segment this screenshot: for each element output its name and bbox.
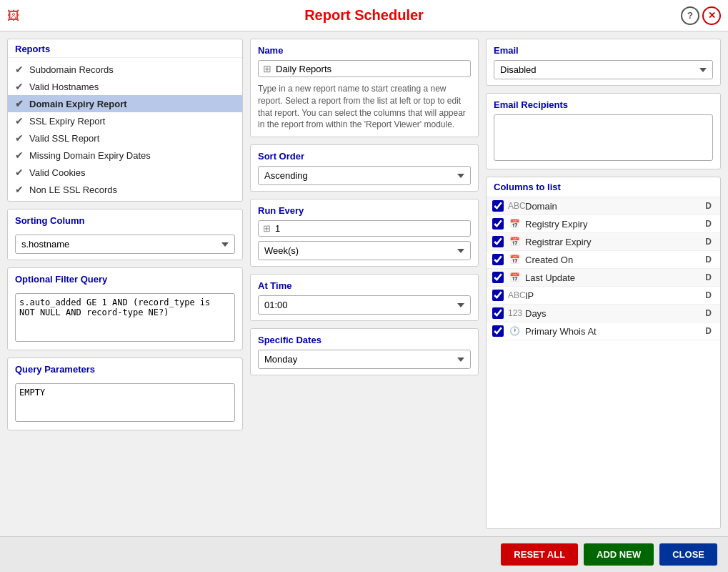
check-icon-2: ✔ bbox=[15, 98, 24, 109]
column-checkbox-1[interactable] bbox=[492, 218, 504, 230]
sorting-column-label: Sorting Column bbox=[15, 215, 235, 230]
at-time-select[interactable]: 00:00 01:00 02:00 bbox=[258, 295, 471, 315]
column-checkbox-6[interactable] bbox=[492, 307, 504, 319]
columns-header: Columns to list bbox=[487, 177, 720, 197]
name-label: Name bbox=[258, 45, 471, 56]
col-d-btn-1[interactable]: D bbox=[702, 218, 714, 230]
sort-order-label: Sort Order bbox=[258, 151, 471, 162]
run-every-label: Run Every bbox=[258, 205, 471, 216]
reports-list: ✔ Subdomain Records ✔ Valid Hostnames ✔ … bbox=[8, 58, 242, 201]
col-name-4: Last Update bbox=[525, 272, 698, 283]
column-item-1: 📅 Registry Expiry D bbox=[487, 215, 720, 233]
column-checkbox-7[interactable] bbox=[492, 325, 504, 337]
col-d-btn-3[interactable]: D bbox=[702, 254, 714, 265]
col-name-5: IP bbox=[525, 290, 698, 301]
report-item-label-2: Domain Expiry Report bbox=[29, 99, 127, 109]
col-type-icon-0: ABC bbox=[508, 201, 521, 211]
title-bar: 🖼 Report Scheduler ? ✕ bbox=[0, 0, 728, 31]
add-new-button[interactable]: ADD NEW bbox=[584, 543, 654, 566]
specific-dates-label: Specific Dates bbox=[258, 335, 471, 345]
col-type-icon-5: ABC bbox=[508, 290, 521, 300]
report-item-3[interactable]: ✔ SSL Expiry Report bbox=[8, 112, 242, 129]
column-item-0: ABC Domain D bbox=[487, 197, 720, 215]
report-item-6[interactable]: ✔ Valid Cookies bbox=[8, 164, 242, 181]
check-icon-0: ✔ bbox=[15, 64, 24, 75]
check-icon-6: ✔ bbox=[15, 167, 24, 178]
col-d-btn-0[interactable]: D bbox=[702, 200, 714, 212]
query-params-box: Query Parameters EMPTY bbox=[7, 358, 243, 430]
column-checkbox-2[interactable] bbox=[492, 236, 504, 247]
name-input[interactable] bbox=[276, 64, 466, 74]
report-item-label-3: SSL Expiry Report bbox=[29, 116, 105, 127]
report-item-label-6: Valid Cookies bbox=[29, 167, 86, 178]
report-item-5[interactable]: ✔ Missing Domain Expiry Dates bbox=[8, 147, 242, 164]
col-d-btn-2[interactable]: D bbox=[702, 236, 714, 247]
report-item-7[interactable]: ✔ Non LE SSL Records bbox=[8, 181, 242, 198]
column-checkbox-0[interactable] bbox=[492, 200, 504, 212]
at-time-box: At Time 00:00 01:00 02:00 bbox=[250, 274, 479, 321]
window-close-button[interactable]: ✕ bbox=[702, 6, 721, 25]
columns-box: Columns to list ABC Domain D 📅 Registry … bbox=[486, 177, 721, 529]
report-item-label-1: Valid Hostnames bbox=[29, 82, 99, 92]
col-name-2: Registrar Expiry bbox=[525, 237, 698, 247]
sorting-column-box: Sorting Column s.hostname bbox=[7, 209, 243, 260]
col-d-btn-6[interactable]: D bbox=[702, 307, 714, 319]
col-name-6: Days bbox=[525, 308, 698, 319]
col-d-btn-5[interactable]: D bbox=[702, 290, 714, 301]
column-item-7: 🕐 Primary Whois At D bbox=[487, 322, 720, 340]
close-button[interactable]: CLOSE bbox=[659, 543, 717, 566]
col-d-btn-7[interactable]: D bbox=[702, 325, 714, 337]
email-recipients-label: Email Recipients bbox=[494, 99, 713, 110]
column-checkbox-5[interactable] bbox=[492, 290, 504, 301]
grid-icon-run: ⊞ bbox=[263, 223, 271, 234]
columns-list: ABC Domain D 📅 Registry Expiry D 📅 Regis… bbox=[487, 197, 720, 528]
main-content: Reports ✔ Subdomain Records ✔ Valid Host… bbox=[0, 31, 728, 536]
column-item-2: 📅 Registrar Expiry D bbox=[487, 233, 720, 251]
run-every-input-wrap: ⊞ bbox=[258, 220, 471, 237]
specific-dates-select[interactable]: Monday Tuesday Wednesday Thursday Friday… bbox=[258, 350, 471, 369]
name-input-wrap: ⊞ bbox=[258, 60, 471, 77]
report-item-label-5: Missing Domain Expiry Dates bbox=[29, 150, 151, 161]
col-name-0: Domain bbox=[525, 201, 698, 212]
filter-query-label: Optional Filter Query bbox=[15, 274, 235, 289]
check-icon-4: ✔ bbox=[15, 132, 24, 144]
reports-box: Reports ✔ Subdomain Records ✔ Valid Host… bbox=[7, 39, 243, 202]
run-every-count[interactable] bbox=[275, 223, 466, 234]
help-button[interactable]: ? bbox=[681, 6, 699, 25]
email-select[interactable]: Disabled Enabled bbox=[494, 60, 713, 79]
specific-dates-box: Specific Dates Monday Tuesday Wednesday … bbox=[250, 328, 479, 375]
column-checkbox-3[interactable] bbox=[492, 254, 504, 265]
report-item-0[interactable]: ✔ Subdomain Records bbox=[8, 61, 242, 78]
check-icon-5: ✔ bbox=[15, 149, 24, 161]
middle-panel: Name ⊞ Type in a new report name to star… bbox=[250, 39, 479, 529]
column-item-6: 123 Days D bbox=[487, 305, 720, 322]
col-d-btn-4[interactable]: D bbox=[702, 272, 714, 283]
column-checkbox-4[interactable] bbox=[492, 272, 504, 283]
column-item-5: ABC IP D bbox=[487, 287, 720, 305]
name-hint: Type in a new report name to start creat… bbox=[258, 83, 471, 131]
run-every-box: Run Every ⊞ Day(s) Week(s) Month(s) bbox=[250, 199, 479, 267]
sort-order-select[interactable]: Ascending Descending bbox=[258, 166, 471, 185]
query-params-label: Query Parameters bbox=[15, 364, 235, 379]
reset-all-button[interactable]: RESET ALL bbox=[501, 543, 578, 566]
column-item-4: 📅 Last Update D bbox=[487, 269, 720, 287]
col-name-7: Primary Whois At bbox=[525, 326, 698, 337]
at-time-label: At Time bbox=[258, 280, 471, 291]
grid-icon-name: ⊞ bbox=[263, 63, 271, 74]
email-box: Email Disabled Enabled bbox=[486, 39, 721, 86]
email-recipients-textarea[interactable] bbox=[494, 114, 713, 161]
report-item-1[interactable]: ✔ Valid Hostnames bbox=[8, 78, 242, 95]
report-item-4[interactable]: ✔ Valid SSL Report bbox=[8, 129, 242, 147]
filter-query-textarea[interactable]: s.auto_added GE 1 AND (record_type is NO… bbox=[15, 293, 235, 342]
sorting-column-select[interactable]: s.hostname bbox=[15, 235, 235, 254]
query-params-textarea[interactable]: EMPTY bbox=[15, 383, 235, 422]
app-logo-icon: 🖼 bbox=[7, 8, 20, 23]
reports-header: Reports bbox=[8, 39, 242, 58]
title-bar-actions: ? ✕ bbox=[681, 6, 721, 25]
bottom-bar: RESET ALL ADD NEW CLOSE bbox=[0, 536, 728, 572]
col-type-icon-6: 123 bbox=[508, 308, 521, 318]
left-panel: Reports ✔ Subdomain Records ✔ Valid Host… bbox=[7, 39, 243, 529]
report-item-2[interactable]: ✔ Domain Expiry Report bbox=[8, 95, 242, 112]
run-every-period-select[interactable]: Day(s) Week(s) Month(s) bbox=[258, 241, 471, 260]
check-icon-1: ✔ bbox=[15, 81, 24, 92]
